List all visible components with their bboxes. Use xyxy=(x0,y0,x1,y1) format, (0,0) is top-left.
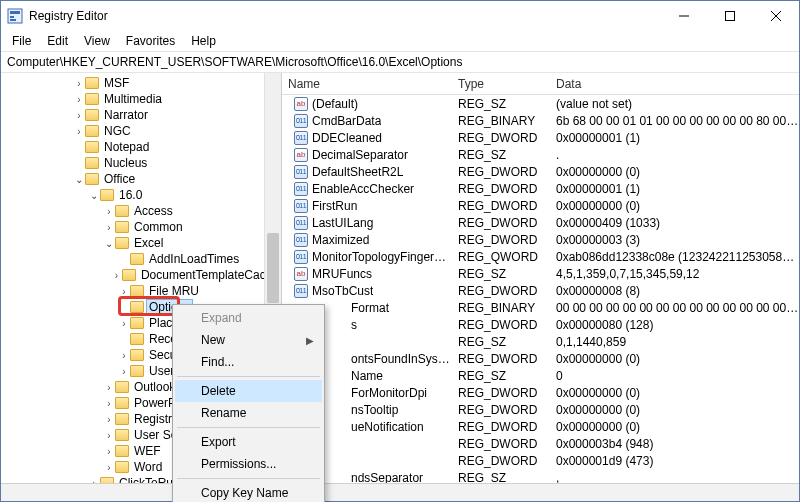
ctx-permissions[interactable]: Permissions... xyxy=(175,453,322,475)
ctx-delete[interactable]: Delete xyxy=(175,380,322,402)
tree-item[interactable]: Notepad xyxy=(1,139,281,155)
ctx-export[interactable]: Export xyxy=(175,431,322,453)
value-row[interactable]: DDECleanedREG_DWORD0x00000001 (1) xyxy=(282,129,799,146)
value-row[interactable]: MRUFuncsREG_SZ4,5,1,359,0,7,15,345,59,12 xyxy=(282,265,799,282)
expand-chevron-icon[interactable] xyxy=(103,206,115,217)
expand-chevron-icon[interactable] xyxy=(103,430,115,441)
address-input[interactable] xyxy=(5,54,795,70)
tree-item[interactable]: DocumentTemplateCache xyxy=(1,267,281,283)
expand-chevron-icon[interactable] xyxy=(118,366,130,377)
value-row[interactable]: MaximizedREG_DWORD0x00000003 (3) xyxy=(282,231,799,248)
menu-view[interactable]: View xyxy=(77,33,117,49)
tree-item[interactable]: Multimedia xyxy=(1,91,281,107)
close-button[interactable] xyxy=(753,1,799,31)
tree-item[interactable]: Access xyxy=(1,203,281,219)
folder-icon xyxy=(115,445,129,457)
tree-item[interactable]: Excel xyxy=(1,235,281,251)
value-row[interactable]: NameREG_SZ0 xyxy=(282,367,799,384)
submenu-arrow-icon: ▶ xyxy=(306,335,314,346)
value-data: 0x000001d9 (473) xyxy=(550,454,799,468)
value-row[interactable]: DecimalSeparatorREG_SZ. xyxy=(282,146,799,163)
value-row[interactable]: EnableAccCheckerREG_DWORD0x00000001 (1) xyxy=(282,180,799,197)
tree-item[interactable]: AddInLoadTimes xyxy=(1,251,281,267)
value-row[interactable]: ForMonitorDpiREG_DWORD0x00000000 (0) xyxy=(282,384,799,401)
expand-chevron-icon[interactable] xyxy=(103,446,115,457)
menu-edit[interactable]: Edit xyxy=(40,33,75,49)
column-header-type[interactable]: Type xyxy=(452,77,550,91)
expand-chevron-icon[interactable] xyxy=(88,478,100,484)
value-row[interactable]: sREG_DWORD0x00000080 (128) xyxy=(282,316,799,333)
reg-binary-icon xyxy=(294,216,308,230)
tree-item[interactable]: Office xyxy=(1,171,281,187)
expand-chevron-icon[interactable] xyxy=(103,398,115,409)
tree-item-label: Access xyxy=(132,204,175,218)
value-row[interactable]: DefaultSheetR2LREG_DWORD0x00000000 (0) xyxy=(282,163,799,180)
value-row[interactable]: FormatREG_BINARY00 00 00 00 00 00 00 00 … xyxy=(282,299,799,316)
value-row[interactable]: (Default)REG_SZ(value not set) xyxy=(282,95,799,112)
value-row[interactable]: nsTooltipREG_DWORD0x00000000 (0) xyxy=(282,401,799,418)
tree-item[interactable]: Common xyxy=(1,219,281,235)
maximize-button[interactable] xyxy=(707,1,753,31)
expand-chevron-icon[interactable] xyxy=(118,286,130,297)
folder-icon xyxy=(122,269,136,281)
expand-chevron-icon[interactable] xyxy=(103,462,115,473)
expand-chevron-icon[interactable] xyxy=(118,318,130,329)
expand-chevron-icon[interactable] xyxy=(103,382,115,393)
tree-item-label: Narrator xyxy=(102,108,150,122)
value-type: REG_DWORD xyxy=(452,386,550,400)
ctx-find[interactable]: Find... xyxy=(175,351,322,373)
value-type: REG_DWORD xyxy=(452,352,550,366)
expand-chevron-icon[interactable] xyxy=(103,414,115,425)
value-row[interactable]: ndsSeparatorREG_SZ, xyxy=(282,469,799,483)
svg-rect-3 xyxy=(10,19,16,21)
menu-favorites[interactable]: Favorites xyxy=(119,33,182,49)
expand-chevron-icon[interactable] xyxy=(73,174,85,185)
value-name: DefaultSheetR2L xyxy=(312,165,403,179)
menu-help[interactable]: Help xyxy=(184,33,223,49)
expand-chevron-icon[interactable] xyxy=(111,270,122,281)
value-name: s xyxy=(351,318,357,332)
value-row[interactable]: MonitorTopologyFingerprintREG_QWORD0xab0… xyxy=(282,248,799,265)
tree-item[interactable]: Narrator xyxy=(1,107,281,123)
reg-binary-icon xyxy=(294,284,308,298)
value-row[interactable]: REG_DWORD0x000001d9 (473) xyxy=(282,452,799,469)
tree-item[interactable]: File MRU xyxy=(1,283,281,299)
expand-chevron-icon[interactable] xyxy=(103,238,115,249)
tree-item-label: Notepad xyxy=(102,140,151,154)
expand-chevron-icon[interactable] xyxy=(118,350,130,361)
tree-item[interactable]: Nucleus xyxy=(1,155,281,171)
ctx-new[interactable]: New ▶ xyxy=(175,329,322,351)
value-name: ueNotification xyxy=(351,420,424,434)
value-row[interactable]: FirstRunREG_DWORD0x00000000 (0) xyxy=(282,197,799,214)
tree-scroll-thumb[interactable] xyxy=(267,233,279,303)
ctx-copy-key-name[interactable]: Copy Key Name xyxy=(175,482,322,502)
minimize-button[interactable] xyxy=(661,1,707,31)
value-row[interactable]: REG_SZ0,1,1440,859 xyxy=(282,333,799,350)
ctx-expand[interactable]: Expand xyxy=(175,307,322,329)
value-type: REG_DWORD xyxy=(452,284,550,298)
expand-chevron-icon[interactable] xyxy=(103,222,115,233)
expand-chevron-icon[interactable] xyxy=(73,94,85,105)
value-row[interactable]: LastUILangREG_DWORD0x00000409 (1033) xyxy=(282,214,799,231)
value-row[interactable]: CmdBarDataREG_BINARY6b 68 00 00 01 01 00… xyxy=(282,112,799,129)
menu-file[interactable]: File xyxy=(5,33,38,49)
ctx-rename[interactable]: Rename xyxy=(175,402,322,424)
expand-chevron-icon[interactable] xyxy=(73,78,85,89)
tree-item[interactable]: 16.0 xyxy=(1,187,281,203)
reg-binary-icon xyxy=(294,182,308,196)
tree-item[interactable]: NGC xyxy=(1,123,281,139)
value-row[interactable]: REG_DWORD0x000003b4 (948) xyxy=(282,435,799,452)
expand-chevron-icon[interactable] xyxy=(73,110,85,121)
value-data: 0 xyxy=(550,369,799,383)
column-header-name[interactable]: Name xyxy=(282,77,452,91)
expand-chevron-icon[interactable] xyxy=(73,126,85,137)
value-row[interactable]: MsoTbCustREG_DWORD0x00000008 (8) xyxy=(282,282,799,299)
tree-item-label: Common xyxy=(132,220,185,234)
value-row[interactable]: ontsFoundInSystemREG_DWORD0x00000000 (0) xyxy=(282,350,799,367)
expand-chevron-icon[interactable] xyxy=(88,190,100,201)
tree-item-label: WEF xyxy=(132,444,163,458)
tree-item[interactable]: MSF xyxy=(1,75,281,91)
reg-string-icon xyxy=(294,97,308,111)
column-header-data[interactable]: Data xyxy=(550,77,799,91)
value-row[interactable]: ueNotificationREG_DWORD0x00000000 (0) xyxy=(282,418,799,435)
